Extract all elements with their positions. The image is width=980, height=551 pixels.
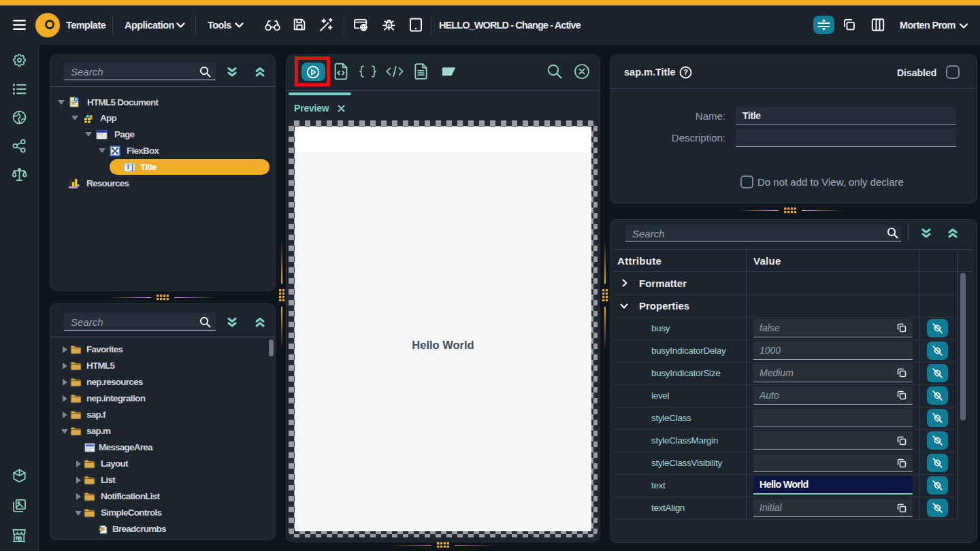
svg-text:?: ? — [683, 68, 688, 76]
svg-text:T: T — [126, 163, 131, 171]
